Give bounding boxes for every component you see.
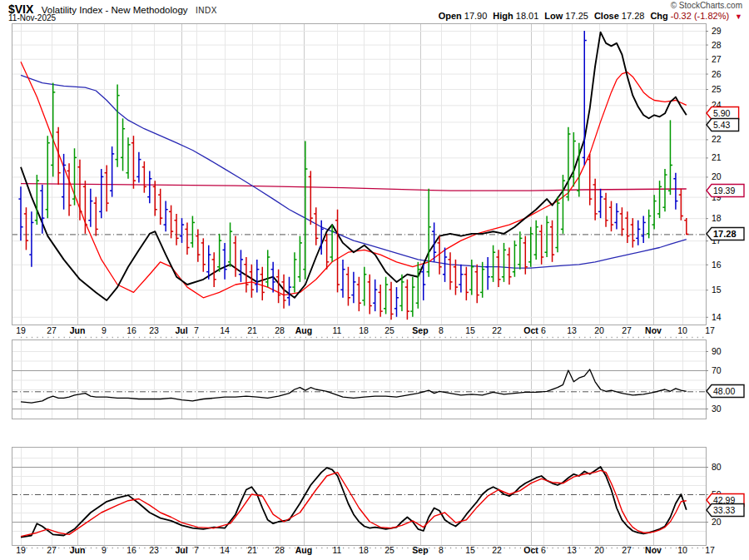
svg-text:21: 21 [247,325,257,335]
low-label: Low [544,11,563,21]
svg-text:17: 17 [705,545,715,555]
exchange-label: INDX [196,6,217,15]
svg-text:48.00: 48.00 [713,386,735,396]
price-lines [21,32,687,300]
svg-text:Nov: Nov [645,545,662,555]
svg-text:27: 27 [712,54,722,64]
svg-text:17.28: 17.28 [713,229,737,239]
svg-text:21: 21 [712,152,722,162]
close-value: 17.28 [622,11,645,21]
svg-text:15: 15 [712,285,722,295]
chart-page: 292827262524232221201918171615145.905.43… [0,0,749,560]
svg-text:25: 25 [384,545,394,555]
x-axis-labels-top: 1927Jun91623Jul7142128Aug111825Sep81522O… [16,325,715,338]
svg-text:30: 30 [712,404,722,414]
svg-text:Aug: Aug [295,325,312,335]
svg-text:20: 20 [594,325,604,335]
svg-text:10: 10 [677,325,687,335]
svg-text:90: 90 [712,346,722,356]
svg-text:Jul: Jul [175,325,187,335]
oscillator-middle-grid [12,339,706,419]
svg-text:14: 14 [220,325,230,335]
blue-slow-ma [21,75,687,268]
crimson-long-ma [21,184,687,191]
oscillator-middle-lines [21,369,687,403]
svg-text:16: 16 [126,545,136,555]
svg-text:19.39: 19.39 [713,186,735,196]
svg-text:70: 70 [712,365,722,375]
oscillator-bottom-panel [12,448,707,546]
svg-text:23: 23 [149,325,159,335]
close-label: Close [594,11,619,21]
svg-text:Oct: Oct [523,325,538,335]
svg-text:Jul: Jul [175,545,187,555]
oscillator-line [21,369,687,403]
svg-text:Nov: Nov [645,325,662,335]
svg-text:6: 6 [541,325,546,335]
svg-text:27: 27 [622,325,632,335]
svg-text:27: 27 [47,325,57,335]
svg-text:7: 7 [194,325,199,335]
svg-text:6: 6 [541,545,546,555]
oscillator-bottom-badges: 42.9933.33 [707,494,744,517]
svg-text:8: 8 [439,325,444,335]
svg-text:Jun: Jun [70,545,86,555]
svg-text:22: 22 [492,545,502,555]
quote-legend: Open17.90High18.01Low17.25Close17.28Chg-… [439,11,742,21]
svg-text:26: 26 [712,69,722,79]
high-label: High [493,11,513,21]
stoch-k-line [21,467,687,538]
chart-header: $VIX Volatility Index - New Methodology … [0,0,749,22]
svg-text:29: 29 [712,26,722,36]
oscillator-middle-badges: 48.00 [707,385,744,398]
red-fast-ma [21,62,687,298]
svg-text:27: 27 [47,545,57,555]
low-value: 17.25 [565,11,588,21]
oscillator-bottom-panel-border [12,448,707,546]
svg-text:18: 18 [359,325,369,335]
price-y-axis-labels: 29282726252423222120191817161514 [706,26,722,322]
high-value: 18.01 [516,11,539,21]
svg-text:15: 15 [465,325,475,335]
black-overlay-line [21,32,687,300]
svg-text:14: 14 [712,312,722,322]
down-triangle-icon: ▼ [735,12,742,21]
chart-canvas: 292827262524232221201918171615145.905.43… [0,0,749,560]
svg-text:18: 18 [359,545,369,555]
svg-text:27: 27 [622,545,632,555]
svg-text:5.90: 5.90 [713,108,731,118]
svg-text:22: 22 [492,325,502,335]
svg-text:11: 11 [333,325,342,335]
chg-label: Chg [650,11,667,21]
chart-title: Volatility Index - New Methodology [42,5,188,15]
svg-text:9: 9 [102,325,107,335]
svg-text:19: 19 [16,325,26,335]
open-label: Open [439,11,462,21]
svg-text:Jun: Jun [70,325,86,335]
svg-text:11: 11 [333,545,342,555]
chart-date: 11-Nov-2025 [8,13,56,22]
svg-text:80: 80 [712,462,722,472]
svg-text:23: 23 [149,545,159,555]
svg-text:9: 9 [102,545,107,555]
svg-text:15: 15 [465,545,475,555]
svg-text:Aug: Aug [295,545,312,555]
svg-text:19: 19 [16,545,26,555]
svg-text:5.43: 5.43 [713,120,731,130]
svg-text:Sep: Sep [412,545,428,555]
svg-text:7: 7 [194,545,199,555]
svg-text:33.33: 33.33 [713,505,735,515]
svg-text:Oct: Oct [523,545,538,555]
oscillator-bottom-lines [21,467,687,538]
svg-text:18: 18 [712,213,722,223]
svg-text:14: 14 [220,545,230,555]
open-value: 17.90 [464,11,488,21]
svg-text:13: 13 [567,545,577,555]
oscillator-middle-y-axis-labels: 90705030 [706,346,722,414]
svg-text:28: 28 [712,40,722,50]
svg-text:16: 16 [712,260,722,270]
svg-text:16: 16 [126,325,136,335]
svg-text:20: 20 [712,517,722,527]
svg-text:28: 28 [275,545,285,555]
svg-text:Sep: Sep [412,325,428,335]
